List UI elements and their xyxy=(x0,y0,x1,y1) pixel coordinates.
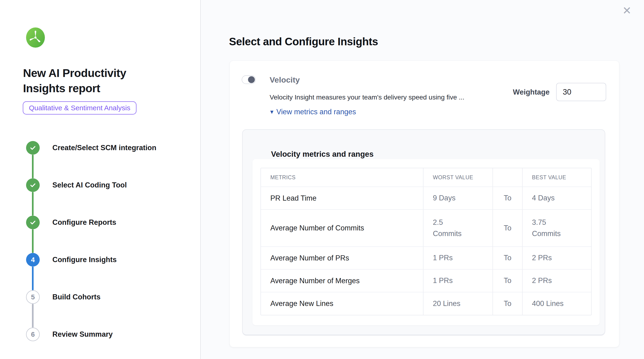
worst-value-cell: 9 Days xyxy=(423,187,492,209)
metrics-table: METRICS WORST VALUE BEST VALUE PR Lead T… xyxy=(260,168,592,315)
step-label: Select AI Coding Tool xyxy=(52,181,127,189)
velocity-metrics-panel: Velocity metrics and ranges METRICS WORS… xyxy=(242,129,605,335)
best-value-cell: 3.75 Commits xyxy=(522,209,591,246)
velocity-toggle[interactable] xyxy=(242,75,256,84)
check-icon xyxy=(29,181,37,189)
worst-value-cell: 2.5 Commits xyxy=(423,209,492,246)
new-report-wizard: New AI Productivity Insights report Qual… xyxy=(0,0,644,359)
step-number: 5 xyxy=(31,293,35,301)
best-value-cell: 2 PRs xyxy=(522,246,591,269)
view-metrics-link[interactable]: ▼ View metrics and ranges xyxy=(269,108,356,116)
metric-name-cell: Average New Lines xyxy=(261,292,423,315)
step-number: 4 xyxy=(31,256,35,264)
metrics-table-card: METRICS WORST VALUE BEST VALUE PR Lead T… xyxy=(252,159,600,325)
worst-value-cell: 1 PRs xyxy=(423,246,492,269)
stepper-step[interactable]: Create/Select SCM integration xyxy=(26,141,156,155)
to-cell: To xyxy=(492,209,522,246)
metric-name-cell: Average Number of Commits xyxy=(261,209,423,246)
step-indicator xyxy=(26,178,40,192)
velocity-insight-card: Velocity Velocity Insight measures your … xyxy=(230,60,619,347)
wizard-stepper: Create/Select SCM integration Select AI … xyxy=(0,0,201,359)
column-header-spacer xyxy=(492,168,522,187)
metric-name-cell: PR Lead Time xyxy=(261,187,423,209)
stepper-step[interactable]: 4 Configure Insights xyxy=(26,253,117,267)
column-header-metrics: METRICS xyxy=(261,168,423,187)
step-indicator: 4 xyxy=(26,253,40,267)
step-label: Configure Reports xyxy=(52,218,116,227)
close-icon[interactable]: ✕ xyxy=(622,5,632,16)
wizard-sidebar: New AI Productivity Insights report Qual… xyxy=(0,0,201,359)
step-connector xyxy=(32,267,34,290)
step-label: Create/Select SCM integration xyxy=(52,144,156,152)
configure-insights-panel: ✕ Select and Configure Insights Velocity… xyxy=(201,0,644,359)
best-value-cell: 400 Lines xyxy=(522,292,591,315)
best-value-cell: 4 Days xyxy=(522,187,591,209)
stepper-step[interactable]: Configure Reports xyxy=(26,216,116,229)
metrics-panel-title: Velocity metrics and ranges xyxy=(271,150,374,159)
metric-name-cell: Average Number of PRs xyxy=(261,246,423,269)
step-connector xyxy=(32,304,34,328)
step-label: Review Summary xyxy=(52,330,113,339)
step-indicator: 5 xyxy=(26,290,40,304)
step-connector xyxy=(32,192,34,216)
to-cell: To xyxy=(492,269,522,292)
step-connector xyxy=(32,229,34,253)
worst-value-cell: 20 Lines xyxy=(423,292,492,315)
weightage-label: Weightage xyxy=(513,88,550,96)
column-header-worst-value: WORST VALUE xyxy=(423,168,492,187)
step-number: 6 xyxy=(31,331,35,338)
insight-description: Velocity Insight measures your team's de… xyxy=(270,93,464,101)
stepper-step[interactable]: Select AI Coding Tool xyxy=(26,178,127,192)
to-cell: To xyxy=(492,187,522,209)
insight-name: Velocity xyxy=(270,75,300,84)
weightage-input[interactable] xyxy=(556,83,606,101)
panel-title: Select and Configure Insights xyxy=(229,35,378,48)
step-label: Configure Insights xyxy=(52,256,117,264)
triangle-down-icon: ▼ xyxy=(269,109,274,115)
step-indicator xyxy=(26,216,40,229)
worst-value-cell: 1 PRs xyxy=(423,269,492,292)
view-metrics-label: View metrics and ranges xyxy=(276,108,356,116)
stepper-step[interactable]: 6 Review Summary xyxy=(26,328,113,341)
step-indicator: 6 xyxy=(26,328,40,341)
step-indicator xyxy=(26,141,40,155)
toggle-knob-icon xyxy=(248,76,255,83)
step-label: Build Cohorts xyxy=(52,293,100,301)
stepper-step[interactable]: 5 Build Cohorts xyxy=(26,290,100,304)
metric-name-cell: Average Number of Merges xyxy=(261,269,423,292)
to-cell: To xyxy=(492,292,522,315)
best-value-cell: 2 PRs xyxy=(522,269,591,292)
check-icon xyxy=(29,144,37,152)
to-cell: To xyxy=(492,246,522,269)
column-header-best-value: BEST VALUE xyxy=(522,168,591,187)
step-connector xyxy=(32,155,34,178)
check-icon xyxy=(29,219,37,226)
